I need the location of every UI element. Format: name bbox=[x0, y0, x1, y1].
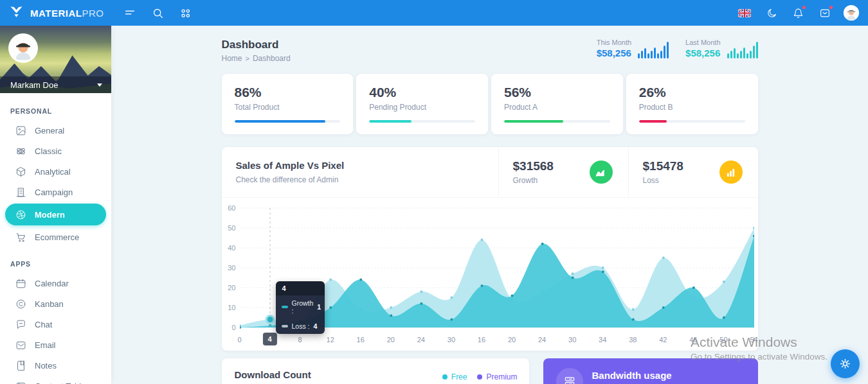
bandwidth-title: Bandwidth usage bbox=[592, 370, 672, 381]
chart-legend: Free Premium bbox=[442, 372, 518, 381]
progress-fill bbox=[639, 120, 667, 123]
this-month-value: $58,256 bbox=[597, 48, 631, 58]
sidebar-item-label: Kanban bbox=[35, 299, 64, 309]
free-dot-icon bbox=[442, 374, 448, 380]
sidebar-item-kanban[interactable]: Kanban bbox=[0, 293, 111, 314]
last-month-stat: Last Month $58,256 bbox=[685, 39, 757, 58]
loss-stat: $15478 Loss bbox=[628, 147, 758, 197]
sidebar-item-label: General bbox=[35, 126, 64, 135]
brand[interactable]: MATERIALPRO bbox=[9, 5, 122, 21]
moon-icon[interactable] bbox=[766, 8, 777, 19]
chart-x-axis: 048121620243016202430343842465054 bbox=[240, 331, 754, 349]
progress-track bbox=[504, 120, 610, 123]
sidebar-item-label: Chat bbox=[35, 320, 52, 329]
top-navbar: MATERIALPRO bbox=[0, 0, 868, 26]
sidebar-item-email[interactable]: Email bbox=[0, 335, 111, 355]
sidebar-item-ecommerce[interactable]: Ecommerce bbox=[0, 227, 111, 247]
this-month-sparkbars bbox=[638, 40, 669, 58]
stat-card-pending-product: 40% Pending Product bbox=[356, 74, 488, 134]
download-count-card: Download Count Free Premium you can chec… bbox=[222, 358, 529, 384]
x-tick-label: 0 bbox=[237, 336, 241, 344]
x-tick-label: 50 bbox=[719, 336, 727, 344]
building-icon bbox=[15, 187, 26, 198]
tooltip-value: 1 bbox=[317, 303, 321, 311]
settings-fab[interactable] bbox=[831, 349, 860, 378]
chevron-down-icon bbox=[97, 83, 102, 87]
brand-text: MATERIALPRO bbox=[30, 8, 104, 19]
chart-tooltip: 4 Growth : 1 Loss : 4 bbox=[276, 281, 325, 334]
user-name-row[interactable]: Markam Doe bbox=[0, 76, 111, 93]
last-month-label: Last Month bbox=[685, 39, 720, 46]
tooltip-value: 4 bbox=[314, 322, 318, 330]
gear-icon bbox=[838, 357, 852, 371]
user-avatar[interactable] bbox=[844, 5, 859, 21]
x-tick-label: 42 bbox=[659, 336, 667, 344]
sidebar-item-chat[interactable]: Chat bbox=[0, 314, 111, 335]
y-tick-label: 30 bbox=[228, 264, 235, 272]
kanban-icon bbox=[15, 299, 26, 310]
sidebar-item-label: Calendar bbox=[35, 279, 69, 288]
bell-icon[interactable] bbox=[793, 8, 804, 19]
x-tick-label: 34 bbox=[599, 336, 606, 344]
stat-value: 26% bbox=[639, 85, 745, 100]
sidebar-item-label: Contact Table bbox=[35, 381, 86, 384]
legend-free[interactable]: Free bbox=[442, 372, 467, 381]
progress-fill bbox=[235, 120, 326, 123]
sales-card-subtitle: Check the difference of Admin bbox=[236, 175, 484, 184]
brand-bold: MATERIAL bbox=[30, 8, 82, 19]
legend-premium[interactable]: Premium bbox=[477, 372, 517, 381]
stat-label: Product B bbox=[639, 103, 745, 112]
atom-icon bbox=[15, 146, 26, 157]
breadcrumb: Home>Dashboard bbox=[222, 54, 291, 63]
brand-light: PRO bbox=[82, 8, 104, 19]
area-chart-icon bbox=[590, 161, 613, 184]
legend-label: Premium bbox=[486, 372, 517, 381]
tooltip-label: Growth : bbox=[292, 299, 314, 315]
message-badge bbox=[829, 6, 833, 9]
x-tick-label: 8 bbox=[298, 336, 302, 344]
tooltip-loss-row: Loss : 4 bbox=[276, 319, 325, 334]
sidebar-item-classic[interactable]: Classic bbox=[0, 141, 111, 161]
sidebar-item-campaign[interactable]: Campaign bbox=[0, 182, 111, 202]
sidebar-item-label: Ecommerce bbox=[35, 232, 79, 242]
notes-icon bbox=[15, 360, 26, 371]
y-tick-label: 50 bbox=[228, 224, 235, 232]
y-tick-label: 60 bbox=[228, 204, 235, 212]
progress-track bbox=[235, 120, 341, 123]
mail-icon[interactable] bbox=[819, 8, 831, 19]
legend-label: Free bbox=[451, 372, 467, 381]
calendar-icon bbox=[15, 278, 26, 289]
loss-label: Loss bbox=[643, 176, 683, 185]
x-tick-label: 20 bbox=[387, 336, 395, 344]
x-tick-label: 30 bbox=[568, 336, 576, 344]
x-tick-label: 16 bbox=[478, 336, 485, 344]
this-month-label: This Month bbox=[597, 39, 631, 46]
x-tick-label: 16 bbox=[357, 336, 365, 344]
cart-icon bbox=[15, 232, 26, 243]
sidebar-item-contact-table[interactable]: Contact Table bbox=[0, 376, 111, 384]
profile-avatar[interactable] bbox=[8, 33, 38, 63]
sidebar-item-label: Analytical bbox=[35, 167, 71, 177]
menu-icon[interactable] bbox=[124, 7, 136, 19]
sales-chart-area: 0102030405060 4 Growth : 1 Loss : bbox=[222, 198, 758, 351]
growth-stat: $31568 Growth bbox=[498, 147, 628, 197]
breadcrumb-home[interactable]: Home bbox=[222, 54, 242, 63]
tooltip-header: 4 bbox=[276, 281, 325, 295]
sidebar-item-general[interactable]: General bbox=[0, 120, 111, 141]
section-heading-personal: PERSONAL bbox=[0, 107, 111, 115]
stat-card-product-b: 26% Product B bbox=[626, 74, 758, 134]
sidebar-item-notes[interactable]: Notes bbox=[0, 355, 111, 376]
chart-y-axis: 0102030405060 bbox=[223, 203, 237, 331]
stat-label: Product A bbox=[504, 103, 610, 112]
image-icon bbox=[15, 125, 26, 136]
search-icon[interactable] bbox=[152, 8, 163, 19]
x-tick-label: 4 bbox=[262, 333, 276, 345]
sidebar-item-calendar[interactable]: Calendar bbox=[0, 273, 111, 293]
uk-flag-icon[interactable] bbox=[738, 9, 751, 17]
sidebar-item-analytical[interactable]: Analytical bbox=[0, 161, 111, 182]
tooltip-growth-row: Growth : 1 bbox=[276, 295, 325, 319]
grid-icon[interactable] bbox=[180, 8, 191, 19]
stat-label: Pending Product bbox=[369, 103, 475, 112]
sidebar-item-modern[interactable]: Modern bbox=[5, 204, 106, 225]
x-tick-label: 46 bbox=[689, 336, 697, 344]
